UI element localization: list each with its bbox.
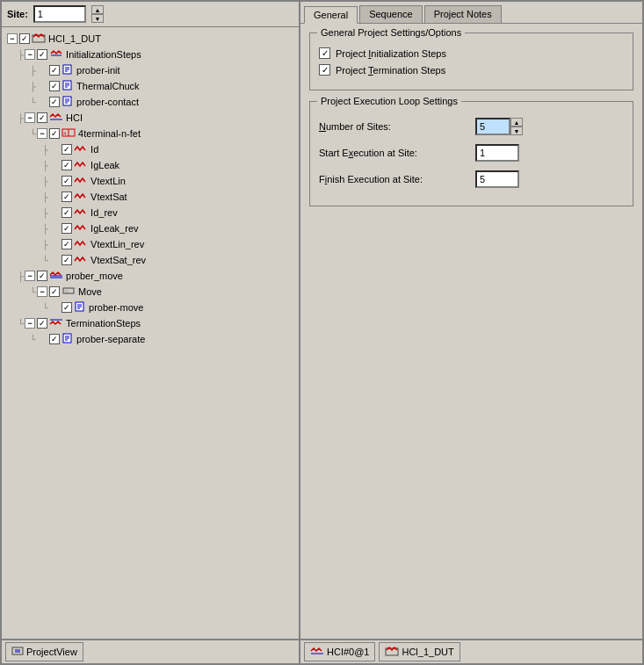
tree-row-igleak[interactable]: ├ ✓ IgLeak	[4, 157, 297, 173]
expand-prober-move-group[interactable]: −	[25, 271, 35, 281]
node-label-initsteps: InitializationSteps	[66, 49, 141, 60]
check-vtextlin-rev[interactable]: ✓	[62, 239, 72, 249]
num-sites-input-group: ▲ ▼	[475, 118, 523, 135]
connector-termsteps: └	[18, 319, 24, 329]
tree-row-prober-init[interactable]: ├ ✓ prober-init	[4, 62, 297, 78]
num-sites-input[interactable]	[475, 118, 510, 135]
doc-icon-prober-move	[74, 301, 86, 314]
tree-row-igleak-rev[interactable]: ├ ✓ IgLeak_rev	[4, 220, 297, 236]
node-label-vtextsat: VtextSat	[90, 192, 127, 202]
tree-row-initsteps[interactable]: ├ − ✓ InitializationSteps	[4, 47, 297, 62]
prober-icon	[49, 270, 63, 282]
start-site-input[interactable]	[475, 144, 519, 162]
check-igleak-rev[interactable]: ✓	[62, 223, 72, 234]
dut-status-button[interactable]: HCl_1_DUT	[379, 642, 459, 661]
wave-icon-4	[74, 191, 88, 203]
node-label-prober-move-group: prober_move	[66, 271, 123, 281]
check-initsteps[interactable]: ✓	[37, 49, 47, 60]
tree-row-vtextlin[interactable]: ├ ✓ VtextLin	[4, 173, 297, 189]
check-termsteps[interactable]: ✓	[37, 318, 47, 329]
dut-status-icon	[385, 646, 399, 658]
doc-icon-3	[62, 96, 74, 108]
tree-row-prober-move-group[interactable]: ├ − ✓ prober_move	[4, 268, 297, 284]
site-bar: Site: ▲ ▼	[2, 2, 299, 27]
expand-hci[interactable]: −	[25, 112, 35, 123]
tab-sequence[interactable]: Sequence	[359, 5, 423, 23]
check-id-rev[interactable]: ✓	[62, 207, 72, 218]
tree-row-hci[interactable]: ├ − ✓ HCI	[4, 110, 297, 126]
node-label-prober-move: prober-move	[89, 302, 143, 313]
site-spinner-down[interactable]: ▼	[91, 14, 104, 23]
node-label-move: Move	[78, 286, 102, 297]
wave-icon-1	[74, 143, 88, 155]
tree-row-vtextlin-rev[interactable]: ├ ✓ VtextLin_rev	[4, 236, 297, 252]
expand-hci1dut[interactable]: −	[7, 33, 18, 44]
check-igleak[interactable]: ✓	[62, 160, 72, 170]
check-project-term[interactable]: ✓	[319, 64, 330, 76]
svg-rect-31	[12, 647, 23, 654]
tree-row-prober-move[interactable]: └ ✓ prober-move	[4, 300, 297, 315]
hci-status-button[interactable]: HCI#0@1	[304, 642, 375, 661]
tree-row-vtextsat[interactable]: ├ ✓ VtextSat	[4, 189, 297, 205]
check-vtextsat[interactable]: ✓	[62, 192, 72, 202]
connector-prober-separate: └	[30, 335, 36, 344]
tree-row-prober-contact[interactable]: └ ✓ prober-contact	[4, 94, 297, 110]
site-input[interactable]	[33, 5, 86, 23]
check-prober-contact[interactable]: ✓	[49, 97, 60, 107]
node-label-hci1dut: HCI_1_DUT	[48, 33, 101, 44]
num-sites-down[interactable]: ▼	[510, 126, 523, 135]
connector-thermalchuck: ├	[30, 82, 36, 91]
check-vtextlin[interactable]: ✓	[62, 176, 72, 186]
check-hci[interactable]: ✓	[37, 112, 47, 123]
expand-4terminal[interactable]: −	[37, 128, 47, 139]
connector-id-rev: ├	[42, 208, 48, 218]
site-spinner-up[interactable]: ▲	[91, 5, 104, 14]
check-project-init[interactable]: ✓	[319, 47, 330, 59]
check-prober-move[interactable]: ✓	[62, 302, 72, 313]
wave-icon-5	[74, 206, 88, 219]
move-icon: □	[62, 286, 76, 298]
tree-row-id[interactable]: ├ ✓ Id	[4, 141, 297, 157]
check-id[interactable]: ✓	[62, 144, 72, 155]
hci-dut-icon	[32, 33, 46, 45]
tree-row-4terminal[interactable]: └ − ✓ 4 4terminal-n-fet	[4, 126, 297, 141]
tree-row-id-rev[interactable]: ├ ✓ Id_rev	[4, 205, 297, 220]
hci-icon	[49, 112, 63, 124]
check-hci1dut[interactable]: ✓	[19, 33, 30, 44]
check-move[interactable]: ✓	[49, 286, 60, 297]
expand-termsteps[interactable]: −	[25, 318, 35, 329]
node-label-vtextsat-rev: VtextSat_rev	[90, 255, 146, 265]
tree-row-thermalchuck[interactable]: ├ ✓ ThermalChuck	[4, 78, 297, 94]
connector-4terminal: └	[30, 129, 36, 139]
dut-status-label: HCl_1_DUT	[402, 647, 453, 657]
hci-status-icon	[310, 646, 324, 658]
check-prober-move-group[interactable]: ✓	[37, 271, 47, 281]
expand-move[interactable]: −	[37, 286, 47, 297]
finish-site-input[interactable]	[475, 170, 519, 188]
check-thermalchuck[interactable]: ✓	[49, 81, 60, 91]
group-execution-settings: Project Execution Loop Settings Number o…	[309, 101, 633, 206]
check-prober-init[interactable]: ✓	[49, 65, 60, 76]
project-view-button[interactable]: ProjectView	[5, 642, 83, 661]
check-vtextsat-rev[interactable]: ✓	[62, 255, 72, 265]
tree-row-move[interactable]: └ − ✓ □ Move	[4, 284, 297, 300]
svg-text:4: 4	[63, 131, 67, 136]
node-label-thermalchuck: ThermalChuck	[76, 81, 140, 91]
connector-prober-move: └	[42, 303, 48, 313]
left-panel: Site: ▲ ▼ − ✓ HCI_1_DUT ├	[2, 2, 300, 663]
finish-site-row: Finish Execution at Site:	[319, 170, 624, 188]
tree-row-vtextsat-rev[interactable]: └ ✓ VtextSat_rev	[4, 252, 297, 268]
tree-row-termsteps[interactable]: └ − ✓ TerminationSteps	[4, 315, 297, 331]
tree-row-prober-separate[interactable]: └ ✓ prober-separate	[4, 331, 297, 347]
tab-project-notes[interactable]: Project Notes	[424, 5, 502, 23]
wave-icon-2	[74, 159, 88, 171]
expand-initsteps[interactable]: −	[25, 49, 35, 60]
connector-vtextlin: ├	[42, 177, 48, 186]
num-sites-spinner: ▲ ▼	[510, 118, 523, 135]
check-4terminal[interactable]: ✓	[49, 128, 60, 139]
node-label-id: Id	[90, 144, 98, 155]
num-sites-up[interactable]: ▲	[510, 118, 523, 126]
tree-row-hci1dut[interactable]: − ✓ HCI_1_DUT	[4, 31, 297, 47]
check-prober-separate[interactable]: ✓	[49, 334, 60, 344]
tab-general[interactable]: General	[304, 6, 358, 24]
